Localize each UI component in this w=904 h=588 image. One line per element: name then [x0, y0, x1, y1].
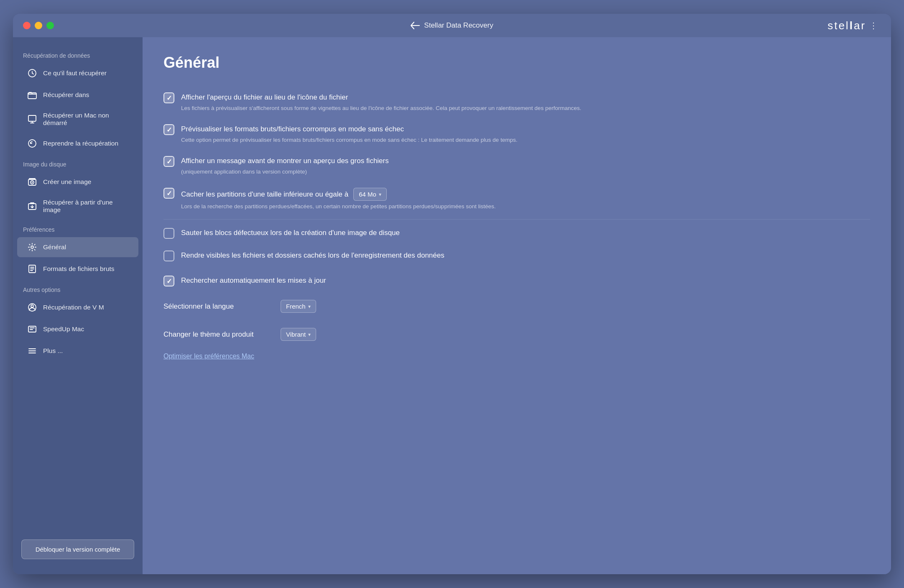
maximize-button[interactable] — [46, 22, 54, 29]
setting-file-preview-label: Afficher l'aperçu du fichier au lieu de … — [181, 92, 870, 102]
checkbox-show-hidden[interactable] — [163, 251, 174, 261]
sidebar-item-create-image[interactable]: Créer une image — [17, 172, 138, 192]
setting-raw-preview-desc: Cette option permet de prévisualiser les… — [181, 136, 870, 144]
setting-large-file-label: Afficher un message avant de montrer un … — [181, 156, 870, 166]
svg-point-11 — [31, 305, 33, 307]
checkbox-auto-update[interactable] — [163, 276, 174, 286]
chevron-down-icon: ▾ — [308, 304, 311, 309]
chevron-down-icon: ▾ — [379, 192, 381, 197]
sidebar-item-label: Général — [43, 243, 66, 251]
menu-button[interactable]: ⋮ — [869, 20, 878, 31]
checkbox-file-preview[interactable] — [163, 92, 174, 103]
minimize-button[interactable] — [35, 22, 42, 29]
setting-large-file-desc: (uniquement application dans la version … — [181, 168, 870, 176]
sidebar-item-recover-to[interactable]: Récupérer dans — [17, 85, 138, 105]
setting-show-hidden: Rendre visibles les fichiers et dossiers… — [163, 245, 870, 267]
sidebar-item-recover-mac[interactable]: Récupérer un Mac non démarré — [17, 107, 138, 132]
svg-point-6 — [32, 182, 33, 183]
setting-file-preview-desc: Les fichiers à prévisualiser s'affichero… — [181, 104, 870, 112]
sidebar-item-label: Formats de fichiers bruts — [43, 265, 115, 273]
sidebar-item-label: Récupération de V M — [43, 304, 104, 311]
sidebar-item-label: Récupérer dans — [43, 91, 89, 99]
sidebar-item-speedup[interactable]: SpeedUp Mac — [17, 319, 138, 339]
page-title: Général — [163, 54, 870, 72]
setting-skip-defective-text: Sauter les blocs défectueux lors de la c… — [181, 228, 870, 238]
setting-file-preview: Afficher l'aperçu du fichier au lieu de … — [163, 87, 870, 118]
setting-skip-defective-label: Sauter les blocs défectueux lors de la c… — [181, 228, 870, 238]
sidebar-item-label: Récupérer un Mac non démarré — [43, 112, 128, 127]
content-area: Général Afficher l'aperçu du fichier au … — [143, 37, 891, 574]
checkbox-large-file[interactable] — [163, 156, 174, 167]
disk-icon — [27, 177, 37, 187]
traffic-lights — [23, 22, 54, 29]
partition-size-dropdown[interactable]: 64 Mo ▾ — [353, 188, 387, 201]
sidebar-item-resume[interactable]: Reprendre la récupération — [17, 133, 138, 153]
close-button[interactable] — [23, 22, 31, 29]
sidebar-section-disk-image: Image du disque — [13, 154, 143, 171]
language-value: French — [286, 303, 306, 310]
titlebar-center: Stellar Data Recovery — [411, 21, 493, 30]
dropdown-value: 64 Mo — [359, 191, 376, 198]
sidebar-item-vm[interactable]: Récupération de V M — [17, 297, 138, 317]
setting-show-hidden-label: Rendre visibles les fichiers et dossiers… — [181, 251, 870, 261]
setting-raw-preview-text: Prévisualiser les formats bruts/fichiers… — [181, 124, 870, 144]
sidebar-item-label: Plus ... — [43, 347, 63, 355]
settings-list: Afficher l'aperçu du fichier au lieu de … — [163, 87, 870, 364]
unlock-button[interactable]: Débloquer la version complète — [21, 539, 134, 559]
setting-raw-preview-label: Prévisualiser les formats bruts/fichiers… — [181, 124, 870, 134]
theme-dropdown[interactable]: Vibrant ▾ — [281, 328, 316, 341]
sidebar-item-general[interactable]: Général — [17, 237, 138, 257]
setting-auto-update: Rechercher automatiquement les mises à j… — [163, 267, 870, 292]
checkbox-hide-partitions[interactable] — [163, 188, 174, 199]
theme-value: Vibrant — [286, 331, 306, 338]
more-icon — [27, 346, 37, 356]
window-title: Stellar Data Recovery — [424, 21, 493, 30]
sidebar-item-raw-formats[interactable]: Formats de fichiers bruts — [17, 259, 138, 279]
app-window: Stellar Data Recovery stellar ⋮ Récupéra… — [13, 14, 891, 574]
checkbox-skip-defective[interactable] — [163, 228, 174, 239]
sidebar-item-label: Ce qu'il faut récupérer — [43, 69, 107, 77]
language-label: Sélectionner la langue — [163, 302, 272, 311]
sidebar: Récupération de données Ce qu'il faut ré… — [13, 37, 143, 574]
setting-hide-partitions-label: Cacher les partitions d'une taille infér… — [181, 189, 348, 199]
optimize-link[interactable]: Optimiser les préférences Mac — [163, 348, 254, 364]
svg-rect-12 — [28, 326, 36, 332]
sidebar-item-label: Reprendre la récupération — [43, 140, 118, 147]
sidebar-item-label: Créer une image — [43, 178, 91, 186]
sidebar-section-preferences: Préférences — [13, 220, 143, 236]
stellar-logo: stellar ⋮ — [827, 19, 878, 32]
recover-image-icon — [27, 201, 37, 211]
sidebar-item-more[interactable]: Plus ... — [17, 341, 138, 361]
setting-file-preview-text: Afficher l'aperçu du fichier au lieu de … — [181, 92, 870, 112]
speedup-icon — [27, 324, 37, 334]
folder-icon — [27, 90, 37, 100]
setting-hide-partitions-inline: Cacher les partitions d'une taille infér… — [181, 188, 870, 201]
svg-point-3 — [28, 140, 36, 147]
setting-raw-preview: Prévisualiser les formats bruts/fichiers… — [163, 118, 870, 150]
back-icon[interactable] — [411, 21, 420, 30]
setting-auto-update-text: Rechercher automatiquement les mises à j… — [181, 276, 870, 286]
svg-rect-2 — [28, 115, 36, 121]
sidebar-item-label: SpeedUp Mac — [43, 325, 84, 333]
raw-icon — [27, 264, 37, 274]
chevron-down-icon: ▾ — [308, 332, 311, 337]
titlebar: Stellar Data Recovery stellar ⋮ — [13, 14, 891, 37]
language-dropdown[interactable]: French ▾ — [281, 300, 316, 313]
setting-large-file: Afficher un message avant de montrer un … — [163, 150, 870, 182]
sidebar-section-recovery: Récupération de données — [13, 46, 143, 62]
recover-icon — [27, 68, 37, 78]
setting-skip-defective: Sauter les blocs défectueux lors de la c… — [163, 222, 870, 245]
theme-label: Changer le thème du produit — [163, 330, 272, 339]
language-row: Sélectionner la langue French ▾ — [163, 292, 870, 320]
sidebar-item-recover-image[interactable]: Récupérer à partir d'une image — [17, 194, 138, 219]
gear-icon — [27, 242, 37, 252]
setting-hide-partitions: Cacher les partitions d'une taille infér… — [163, 182, 870, 220]
vm-icon — [27, 302, 37, 312]
checkbox-raw-preview[interactable] — [163, 124, 174, 135]
main-layout: Récupération de données Ce qu'il faut ré… — [13, 37, 891, 574]
setting-hide-partitions-desc: Lors de la recherche des partitions perd… — [181, 202, 870, 211]
setting-auto-update-label: Rechercher automatiquement les mises à j… — [181, 276, 870, 286]
sidebar-item-label: Récupérer à partir d'une image — [43, 199, 128, 214]
sidebar-item-what-to-recover[interactable]: Ce qu'il faut récupérer — [17, 63, 138, 83]
setting-show-hidden-text: Rendre visibles les fichiers et dossiers… — [181, 251, 870, 261]
